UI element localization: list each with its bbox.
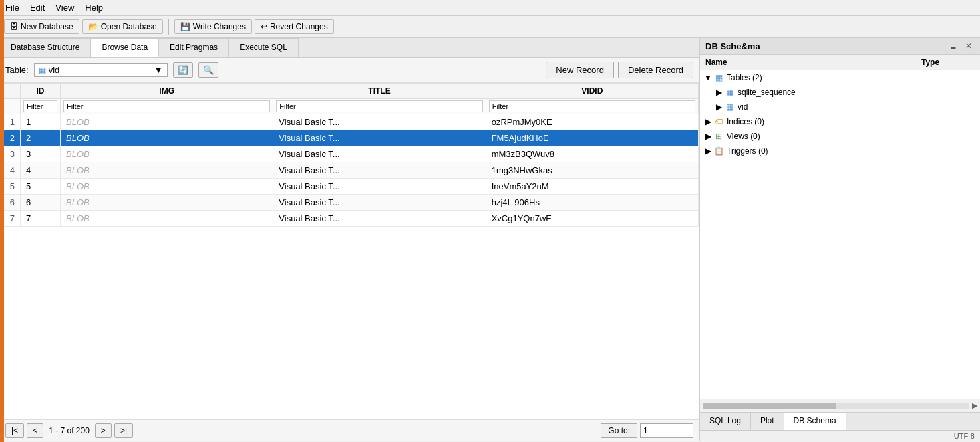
- open-database-button[interactable]: 📂 Open Database: [82, 19, 163, 34]
- pagination: |< < 1 - 7 of 200 > >| Go to:: [0, 419, 699, 441]
- cell-img: BLOB: [61, 114, 273, 130]
- tree-arrow-triggers[interactable]: ▶: [703, 146, 713, 156]
- menu-edit[interactable]: Edit: [30, 3, 45, 13]
- cell-title: Visual Basic T...: [273, 211, 486, 227]
- tree-arrow-views[interactable]: ▶: [703, 132, 713, 141]
- col-vidid[interactable]: VIDID: [486, 84, 698, 99]
- revert-changes-button[interactable]: ↩ Revert Changes: [255, 19, 334, 34]
- table-row[interactable]: 4 4 BLOB Visual Basic T... 1mg3NHwGkas: [1, 162, 699, 179]
- tree-item-vid[interactable]: ▶ ▦ vid: [711, 100, 980, 114]
- filter-title[interactable]: [273, 99, 486, 114]
- right-panel-buttons: 🗕 ✕: [947, 41, 975, 51]
- filter-vidid-input[interactable]: [489, 100, 695, 112]
- cell-vidid: XvCg1YQn7wE: [486, 211, 698, 227]
- last-page-button[interactable]: >|: [114, 423, 133, 438]
- cell-title: Visual Basic T...: [273, 179, 486, 195]
- next-page-button[interactable]: >: [95, 423, 112, 438]
- filter-img-input[interactable]: [63, 100, 270, 112]
- col-title[interactable]: TITLE: [273, 84, 486, 99]
- tree-item-triggers[interactable]: ▶ 📋 Triggers (0): [700, 144, 980, 158]
- trigger-group-icon: 📋: [713, 146, 724, 156]
- encoding-label: UTF-8: [954, 432, 975, 440]
- tabs: Database Structure Browse Data Edit Prag…: [0, 38, 699, 58]
- first-page-button[interactable]: |<: [5, 423, 24, 438]
- new-record-button[interactable]: New Record: [546, 62, 614, 78]
- dropdown-arrow-icon: ▼: [154, 65, 163, 75]
- cell-vidid: mM3zB3QWuv8: [486, 146, 698, 162]
- tree-children-tables: ▶ ▦ sqlite_sequence ▶ ▦ vid: [700, 85, 980, 114]
- tree-item-views[interactable]: ▶ ⊞ Views (0): [700, 129, 980, 144]
- new-database-button[interactable]: 🗄 New Database: [4, 19, 79, 34]
- table-row[interactable]: 2 2 BLOB Visual Basic T... FM5AjudKHoE: [1, 130, 699, 146]
- table-row[interactable]: 1 1 BLOB Visual Basic T... ozRPmJMy0KE: [1, 114, 699, 130]
- vid-table-icon: ▦: [724, 102, 735, 112]
- tab-sql-log[interactable]: SQL Log: [700, 413, 751, 430]
- tab-plot[interactable]: Plot: [751, 413, 784, 430]
- scrollbar-track: [703, 403, 969, 409]
- cell-img: BLOB: [61, 162, 273, 179]
- tree-arrow-sqlite-sequence[interactable]: ▶: [713, 88, 724, 97]
- tree-arrow-vid[interactable]: ▶: [713, 102, 724, 112]
- tree-label-views: Views (0): [727, 132, 977, 141]
- filter-id-input[interactable]: [23, 100, 57, 112]
- left-orange-bar: [0, 0, 4, 441]
- tab-database-structure[interactable]: Database Structure: [0, 38, 91, 57]
- cell-title: Visual Basic T...: [273, 130, 486, 146]
- tree-item-indices[interactable]: ▶ 🏷 Indices (0): [700, 114, 980, 129]
- goto-input[interactable]: [640, 423, 693, 438]
- cell-img: BLOB: [61, 195, 273, 211]
- cell-img: BLOB: [61, 211, 273, 227]
- filter-id[interactable]: [21, 99, 61, 114]
- table-label: Table:: [5, 65, 29, 75]
- refresh-button[interactable]: 🔄: [173, 62, 193, 78]
- cell-img: BLOB: [61, 179, 273, 195]
- tree-arrow-tables[interactable]: ▼: [703, 73, 713, 82]
- tab-browse-data[interactable]: Browse Data: [91, 38, 159, 57]
- tab-execute-sql[interactable]: Execute SQL: [229, 38, 299, 57]
- table-row[interactable]: 6 6 BLOB Visual Basic T... hzj4I_906Hs: [1, 195, 699, 211]
- close-panel-button[interactable]: ✕: [963, 41, 975, 51]
- table-row[interactable]: 7 7 BLOB Visual Basic T... XvCg1YQn7wE: [1, 211, 699, 227]
- filter-title-input[interactable]: [276, 100, 482, 112]
- tab-edit-pragmas[interactable]: Edit Pragmas: [159, 38, 229, 57]
- cell-vidid: ozRPmJMy0KE: [486, 114, 698, 130]
- write-changes-button[interactable]: 💾 Write Changes: [174, 19, 252, 34]
- scrollbar-thumb[interactable]: [703, 403, 836, 409]
- tree-arrow-indices[interactable]: ▶: [703, 117, 713, 126]
- horizontal-scrollbar[interactable]: ▶: [700, 399, 980, 412]
- schema-container: Name Type ▼ ▦ Tables (2) ▶ ▦ sqlite_sequ…: [700, 55, 980, 399]
- prev-page-button[interactable]: <: [27, 423, 43, 438]
- delete-record-button[interactable]: Delete Record: [618, 62, 693, 78]
- filter-vidid[interactable]: [486, 99, 698, 114]
- schema-header: Name Type: [700, 55, 980, 70]
- menu-help[interactable]: Help: [85, 3, 103, 13]
- view-group-icon: ⊞: [713, 131, 724, 142]
- right-panel-title: DB Sche&ma: [705, 41, 947, 51]
- table-selector[interactable]: ▦ vid ▼: [34, 63, 168, 77]
- cell-vidid: hzj4I_906Hs: [486, 195, 698, 211]
- table-row[interactable]: 5 5 BLOB Visual Basic T... IneVm5aY2nM: [1, 179, 699, 195]
- tree-item-tables[interactable]: ▼ ▦ Tables (2): [700, 70, 980, 85]
- cell-img: BLOB: [61, 130, 273, 146]
- col-id[interactable]: ID: [21, 84, 61, 99]
- col-img[interactable]: IMG: [61, 84, 273, 99]
- tree-label-vid: vid: [738, 102, 748, 112]
- minimize-panel-button[interactable]: 🗕: [947, 41, 960, 51]
- tree-item-sqlite-sequence[interactable]: ▶ ▦ sqlite_sequence: [711, 85, 980, 100]
- tree-label-triggers: Triggers (0): [727, 146, 977, 156]
- cell-title: Visual Basic T...: [273, 162, 486, 179]
- table-row[interactable]: 3 3 BLOB Visual Basic T... mM3zB3QWuv8: [1, 146, 699, 162]
- menu-view[interactable]: View: [55, 3, 74, 13]
- cell-vidid: FM5AjudKHoE: [486, 130, 698, 146]
- menu-file[interactable]: File: [5, 3, 19, 13]
- cell-id: 7: [21, 211, 61, 227]
- data-table: ID IMG TITLE VIDID 1 1 BLOB: [0, 83, 699, 227]
- filter-img[interactable]: [61, 99, 273, 114]
- tree-label-indices: Indices (0): [727, 117, 977, 126]
- schema-name-col: Name: [705, 58, 921, 67]
- tab-db-schema[interactable]: DB Schema: [784, 413, 846, 430]
- page-info: 1 - 7 of 200: [49, 426, 90, 435]
- filter-button[interactable]: 🔍: [198, 62, 218, 78]
- right-bottom-tabs: SQL Log Plot DB Schema: [700, 412, 980, 430]
- cell-id: 5: [21, 179, 61, 195]
